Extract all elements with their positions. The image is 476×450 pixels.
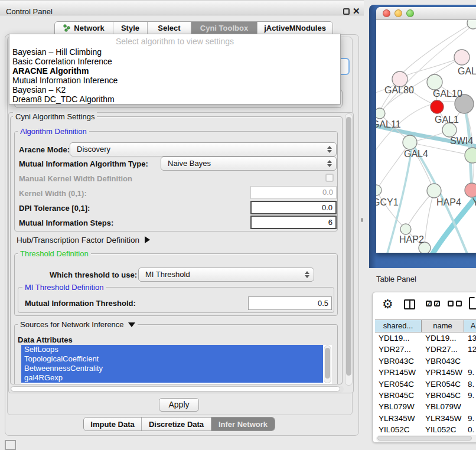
select-none-icon[interactable] xyxy=(456,301,462,306)
algorithm-dropdown[interactable]: Select algorithm to view settings Bayesi… xyxy=(9,34,341,105)
tab-impute-data[interactable]: Impute Data xyxy=(84,418,141,431)
node-label: SWI4 xyxy=(450,136,473,146)
attribute-list-item[interactable]: TopologicalCoefficient xyxy=(21,354,323,364)
network-node[interactable] xyxy=(427,74,442,90)
network-node[interactable] xyxy=(454,50,470,65)
page-icon[interactable] xyxy=(469,297,476,309)
tab-jactivemnodules[interactable]: jActiveMNodules xyxy=(257,22,332,34)
select-all-icon[interactable]: ✓ xyxy=(434,301,440,306)
settings-vscrollbar[interactable] xyxy=(345,113,353,386)
table-cell: YPR145W xyxy=(422,367,464,378)
algorithm-option[interactable]: Bayesian – Hill Climbing xyxy=(9,47,340,57)
network-window-titlebar[interactable] xyxy=(376,7,476,20)
close-icon[interactable]: ✕ xyxy=(353,6,360,17)
network-node[interactable] xyxy=(403,135,417,149)
network-edge xyxy=(376,190,402,226)
settings-gear-icon[interactable]: ⚙ xyxy=(382,297,393,311)
dpi-tolerance-field[interactable]: 0.0 xyxy=(250,201,337,214)
network-node[interactable] xyxy=(465,148,476,163)
network-view-window[interactable]: GALGAL80GAL10GAL1GAL11GAL4SWI4HAP4GCY1YH… xyxy=(376,7,476,253)
network-node[interactable] xyxy=(376,185,382,195)
control-panel-titlebar: Control Panel ✕ xyxy=(0,0,364,15)
attribute-list-item[interactable]: BetweennessCentrality xyxy=(21,364,323,373)
table-row[interactable]: YBR043CYBR043C xyxy=(375,356,476,367)
tab-label: Network xyxy=(74,24,104,32)
select-all-icon[interactable]: ✓ xyxy=(426,301,432,306)
mi-type-combo[interactable]: Naive Bayes xyxy=(161,156,337,171)
table-row[interactable]: YLR345WYLR345W9. xyxy=(375,413,476,424)
tab-label: Infer Network xyxy=(219,420,268,429)
tab-cyni-toolbox[interactable]: Cyni Toolbox xyxy=(191,22,257,34)
tab-infer-network[interactable]: Infer Network xyxy=(211,418,275,431)
table-row[interactable]: YDL19...YDL19...13 xyxy=(375,332,476,344)
network-canvas[interactable]: GALGAL80GAL10GAL1GAL11GAL4SWI4HAP4GCY1YH… xyxy=(376,20,476,253)
attribute-list-item[interactable]: SelfLoops xyxy=(21,345,323,354)
table-cell: 0. xyxy=(464,424,476,432)
table-toolbar: ⚙ ✓ ✓ xyxy=(373,292,476,319)
aracne-mode-label: Aracne Mode: xyxy=(19,145,70,154)
minimize-traffic-light[interactable] xyxy=(395,9,402,17)
settings-hscrollbar[interactable] xyxy=(9,386,344,393)
tab-discretize-data[interactable]: Discretize Data xyxy=(141,418,211,431)
network-node[interactable] xyxy=(400,224,411,234)
table-row[interactable]: YDR27...YDR27...12 xyxy=(375,344,476,355)
attributes-list-scrollbar[interactable] xyxy=(324,345,331,383)
data-attributes-list[interactable]: SelfLoopsTopologicalCoefficientBetweenne… xyxy=(21,345,332,384)
hub-tf-section[interactable]: Hub/Transcription Factor Definition xyxy=(17,236,150,244)
algorithm-option[interactable]: Dream8 DC_TDC Algorithm xyxy=(9,94,340,104)
algorithm-option[interactable]: Mutual Information Inference xyxy=(9,76,340,85)
manual-kernel-checkbox[interactable] xyxy=(325,174,334,182)
tab-network[interactable]: Network xyxy=(55,22,113,34)
mi-steps-field[interactable]: 6 xyxy=(250,216,337,229)
table-cell: YER054C xyxy=(375,379,422,390)
mi-steps-label: Mutual Information Steps: xyxy=(19,219,113,227)
algorithm-option[interactable]: Basic Correlation Inference xyxy=(9,57,340,66)
bottom-left-button[interactable] xyxy=(5,440,16,450)
tab-select[interactable]: Select xyxy=(147,22,191,34)
table-row[interactable]: YBL079WYBL079W xyxy=(375,401,476,412)
algorithm-option[interactable]: ARACNE Algorithm xyxy=(9,66,340,76)
column-header[interactable]: shared... xyxy=(375,320,422,332)
network-canvas-svg[interactable]: GALGAL80GAL10GAL1GAL11GAL4SWI4HAP4GCY1YH… xyxy=(376,20,476,253)
network-node[interactable] xyxy=(376,108,385,119)
split-columns-icon[interactable] xyxy=(404,299,415,309)
mi-type-value: Naive Bayes xyxy=(168,159,211,168)
panel-title: Control Panel xyxy=(6,7,53,16)
panel-splitter-handle[interactable] xyxy=(361,218,363,222)
table-cell: YBR043C xyxy=(422,356,464,367)
network-node[interactable] xyxy=(442,123,457,137)
select-none-icon[interactable] xyxy=(448,301,454,306)
table-row[interactable]: YBR045CYBR045C9. xyxy=(375,390,476,401)
algorithm-option[interactable]: Bayesian – K2 xyxy=(9,85,340,94)
which-threshold-combo[interactable]: MI Threshold xyxy=(138,268,314,282)
kernel-width-field[interactable]: 0.0 xyxy=(250,186,337,199)
table-cell: YBR043C xyxy=(375,356,422,367)
mi-threshold-field[interactable]: 0.5 xyxy=(248,296,332,310)
network-node[interactable] xyxy=(431,100,444,113)
table-cell: YDR27... xyxy=(422,344,464,355)
table-row[interactable]: YER054CYER054C8. xyxy=(375,379,476,390)
network-node[interactable] xyxy=(467,20,476,29)
algorithm-dropdown-list: Bayesian – Hill ClimbingBasic Correlatio… xyxy=(9,47,340,104)
expand-right-icon[interactable] xyxy=(145,236,150,243)
table-row[interactable]: YIL052CYIL052C0. xyxy=(375,424,476,432)
table-panel-window: ⚙ ✓ ✓ shared...nameA YDL19...YDL19...13Y… xyxy=(372,292,476,443)
table-row[interactable]: YPR145WYPR145W9. xyxy=(375,367,476,378)
network-node[interactable] xyxy=(427,184,441,198)
float-window-icon[interactable] xyxy=(343,8,350,15)
stepper-icon xyxy=(305,271,309,278)
network-node[interactable] xyxy=(465,183,476,197)
column-header[interactable]: name xyxy=(422,320,464,332)
sources-title[interactable]: Sources for Network Inference xyxy=(18,320,138,329)
close-traffic-light[interactable] xyxy=(383,9,390,17)
zoom-traffic-light[interactable] xyxy=(406,9,414,17)
collapse-down-icon[interactable] xyxy=(128,322,135,327)
column-header[interactable]: A xyxy=(464,320,476,332)
table-header-row: shared...nameA xyxy=(375,319,476,332)
tab-style[interactable]: Style xyxy=(113,22,147,34)
table-cell: YBL079W xyxy=(422,401,464,412)
table-hscrollbar[interactable] xyxy=(376,435,476,442)
aracne-mode-combo[interactable]: Discovery xyxy=(70,142,337,156)
attribute-list-item[interactable]: gal4RGexp xyxy=(21,373,323,383)
apply-button[interactable]: Apply xyxy=(159,398,199,412)
